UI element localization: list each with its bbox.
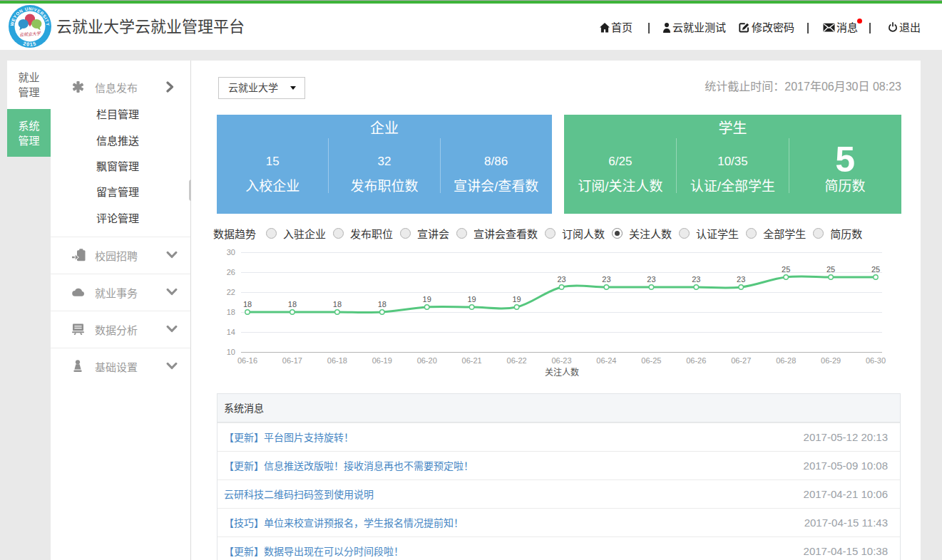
svg-text:06-29: 06-29 bbox=[821, 356, 841, 365]
svg-text:06-20: 06-20 bbox=[417, 356, 437, 365]
svg-text:19: 19 bbox=[512, 295, 521, 304]
svg-text:14: 14 bbox=[227, 328, 235, 336]
svg-text:26: 26 bbox=[227, 268, 235, 276]
svg-text:06-18: 06-18 bbox=[327, 356, 347, 365]
svg-text:06-21: 06-21 bbox=[462, 356, 482, 365]
svg-text:22: 22 bbox=[227, 288, 235, 296]
svg-text:06-24: 06-24 bbox=[596, 356, 616, 365]
svg-text:06-27: 06-27 bbox=[731, 356, 751, 365]
svg-text:25: 25 bbox=[826, 265, 835, 274]
svg-text:23: 23 bbox=[602, 275, 610, 284]
svg-text:25: 25 bbox=[871, 265, 880, 274]
svg-text:10: 10 bbox=[227, 348, 235, 356]
svg-text:06-26: 06-26 bbox=[686, 356, 706, 365]
svg-text:06-28: 06-28 bbox=[776, 356, 796, 365]
svg-text:23: 23 bbox=[692, 275, 700, 284]
svg-text:18: 18 bbox=[378, 300, 386, 308]
svg-text:06-16: 06-16 bbox=[237, 356, 257, 365]
svg-text:18: 18 bbox=[243, 300, 252, 308]
svg-text:25: 25 bbox=[782, 265, 790, 274]
svg-text:06-23: 06-23 bbox=[551, 356, 571, 365]
svg-text:30: 30 bbox=[227, 248, 235, 256]
svg-text:19: 19 bbox=[423, 295, 431, 304]
svg-text:23: 23 bbox=[647, 275, 655, 284]
svg-text:06-25: 06-25 bbox=[641, 356, 661, 365]
svg-text:06-22: 06-22 bbox=[507, 356, 527, 365]
svg-text:关注人数: 关注人数 bbox=[545, 367, 579, 378]
svg-text:06-30: 06-30 bbox=[866, 356, 886, 365]
svg-text:18: 18 bbox=[333, 300, 342, 308]
svg-text:19: 19 bbox=[467, 295, 476, 304]
svg-text:18: 18 bbox=[227, 308, 235, 316]
svg-text:18: 18 bbox=[288, 300, 297, 308]
svg-text:23: 23 bbox=[557, 275, 565, 284]
svg-text:06-19: 06-19 bbox=[372, 356, 392, 365]
svg-text:23: 23 bbox=[737, 275, 745, 284]
svg-text:06-17: 06-17 bbox=[282, 356, 302, 365]
